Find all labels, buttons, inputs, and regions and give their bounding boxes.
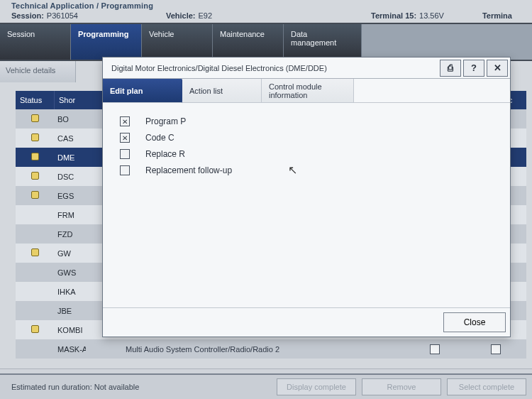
short-name: DSC [55, 173, 86, 181]
checkbox-icon[interactable] [120, 116, 130, 126]
nav-programming[interactable]: Programming [71, 24, 142, 60]
nav-data-management[interactable]: Data management [284, 24, 362, 60]
estimated-duration: Estimated run duration: Not available [0, 383, 277, 391]
status-indicator-icon [31, 172, 39, 180]
short-name: DME [55, 153, 86, 162]
table-row[interactable]: MASK-AggregatMulti Audio System Controll… [16, 339, 526, 359]
app-root: Technical Application / Programming Sess… [0, 0, 532, 399]
edit-plan-option[interactable]: Replacement follow-up [120, 165, 493, 175]
status-cell [16, 172, 55, 181]
session-info-row: Session:P361054 Vehicle:E92 Terminal 15:… [11, 10, 521, 23]
col4-check[interactable] [404, 344, 465, 354]
dialog-body: Program PCode CReplace RReplacement foll… [103, 103, 510, 307]
session-label: Session: [11, 11, 44, 20]
remove-button[interactable]: Remove [362, 378, 441, 395]
short-name: GWS [55, 268, 86, 277]
tab-control-module-info[interactable]: Control module information [262, 79, 354, 102]
nav-maintenance[interactable]: Maintenance [213, 24, 284, 60]
status-cell [16, 114, 55, 124]
status-cell [16, 153, 55, 162]
display-complete-button[interactable]: Display complete [277, 378, 356, 395]
breadcrumb: Technical Application / Programming [11, 1, 521, 10]
status-indicator-icon [31, 133, 39, 141]
option-label: Program P [145, 116, 186, 126]
terminal15-value: 13.56V [419, 11, 444, 20]
select-complete-button[interactable]: Select complete [447, 378, 526, 395]
edit-plan-option[interactable]: Program P [120, 116, 493, 126]
session-value: P361054 [47, 11, 78, 20]
status-cell [16, 325, 55, 334]
close-icon[interactable]: ✕ [487, 60, 508, 77]
status-cell [16, 191, 55, 200]
col-short: Shor [55, 91, 86, 109]
status-indicator-icon [31, 248, 39, 256]
col-status: Status [16, 91, 55, 109]
short-name: JBE [55, 307, 86, 315]
checkbox-icon[interactable] [120, 133, 130, 143]
breadcrumb-bar: Technical Application / Programming Sess… [0, 0, 532, 23]
status-cell [16, 133, 55, 143]
short-name: EGS [55, 192, 86, 200]
short-name: CAS [55, 134, 86, 143]
tab-edit-plan[interactable]: Edit plan [103, 79, 182, 102]
dialog-tabs: Edit plan Action list Control module inf… [103, 79, 510, 103]
nav-vehicle[interactable]: Vehicle [142, 24, 213, 60]
close-button[interactable]: Close [443, 312, 506, 332]
status-cell [16, 248, 55, 258]
status-indicator-icon [31, 153, 39, 160]
status-indicator-icon [31, 114, 39, 122]
short-name: MASK-Aggregat [55, 345, 86, 354]
option-label: Code C [145, 133, 174, 143]
edit-plan-dialog: Digital Motor Electronics/Digital Diesel… [102, 57, 511, 337]
print-icon[interactable]: ⎙ [440, 60, 461, 77]
col5-check[interactable] [465, 344, 526, 354]
status-indicator-icon [31, 325, 39, 333]
option-label: Replacement follow-up [145, 165, 232, 175]
vehicle-label: Vehicle: [166, 11, 196, 20]
short-name: FRM [55, 211, 86, 219]
checkbox-icon[interactable] [120, 149, 130, 159]
primary-nav: Session Programming Vehicle Maintenance … [0, 23, 532, 61]
edit-plan-option[interactable]: Code C [120, 133, 493, 143]
dialog-header: Digital Motor Electronics/Digital Diesel… [103, 58, 510, 79]
bottom-bar: Estimated run duration: Not available Di… [0, 373, 532, 399]
short-name: IHKA [55, 288, 86, 296]
nav-session[interactable]: Session [0, 24, 71, 60]
terminal30-label: Termina [482, 11, 512, 20]
status-indicator-icon [31, 191, 39, 199]
tab-vehicle-details[interactable]: Vehicle details [0, 61, 76, 82]
short-name: KOMBI [55, 326, 86, 334]
edit-plan-option[interactable]: Replace R [120, 149, 493, 159]
option-label: Replace R [145, 149, 185, 159]
tab-action-list[interactable]: Action list [182, 79, 262, 102]
short-name: BO [55, 115, 86, 124]
mouse-cursor: ↖ [288, 163, 297, 177]
checkbox-icon[interactable] [120, 165, 130, 175]
description: Multi Audio System Controller/Radio/Radi… [86, 345, 404, 354]
dialog-title: Digital Motor Electronics/Digital Diesel… [103, 64, 440, 72]
help-icon[interactable]: ? [463, 60, 484, 77]
short-name: GW [55, 249, 86, 258]
terminal15-label: Terminal 15: [371, 11, 416, 20]
vehicle-value: E92 [198, 11, 212, 20]
dialog-footer: Close [103, 307, 510, 337]
short-name: FZD [55, 230, 86, 239]
